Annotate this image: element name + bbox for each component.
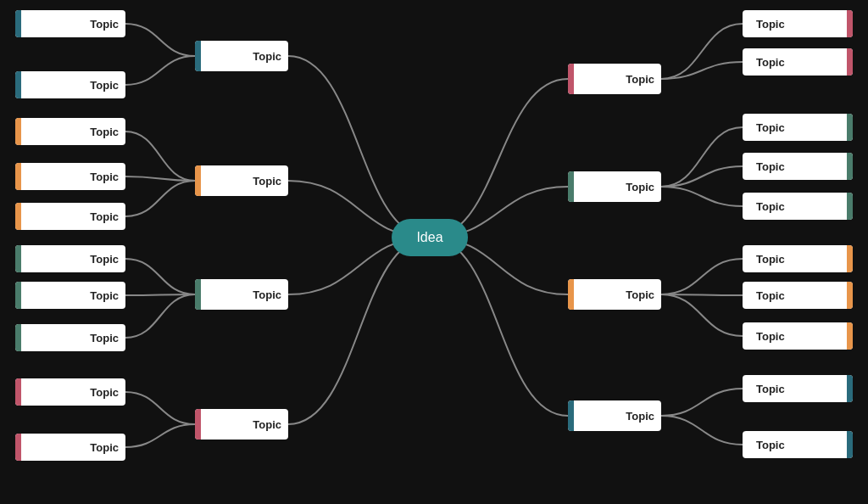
leaf-ll2[interactable]: Topic xyxy=(15,71,125,98)
leaf-lr6[interactable]: Topic xyxy=(743,245,853,272)
mid-topic-mr2[interactable]: Topic xyxy=(568,171,661,202)
center-node[interactable]: Idea xyxy=(392,219,468,256)
leaf-ll8[interactable]: Topic xyxy=(15,324,125,351)
leaf-ll10[interactable]: Topic xyxy=(15,434,125,461)
mid-topic-mr1[interactable]: Topic xyxy=(568,64,661,94)
leaf-ll5[interactable]: Topic xyxy=(15,203,125,230)
leaf-lr4[interactable]: Topic xyxy=(743,153,853,180)
leaf-lr10[interactable]: Topic xyxy=(743,431,853,458)
mind-map: IdeaTopicTopicTopicTopicTopicTopicTopicT… xyxy=(0,0,868,504)
leaf-ll3[interactable]: Topic xyxy=(15,118,125,145)
leaf-ll6[interactable]: Topic xyxy=(15,245,125,272)
mid-topic-ml2[interactable]: Topic xyxy=(195,165,288,196)
leaf-lr1[interactable]: Topic xyxy=(743,10,853,37)
mid-topic-ml3[interactable]: Topic xyxy=(195,279,288,310)
leaf-lr3[interactable]: Topic xyxy=(743,114,853,141)
mid-topic-ml1[interactable]: Topic xyxy=(195,41,288,71)
leaf-lr7[interactable]: Topic xyxy=(743,282,853,309)
leaf-ll4[interactable]: Topic xyxy=(15,163,125,190)
mid-topic-mr4[interactable]: Topic xyxy=(568,400,661,431)
leaf-lr5[interactable]: Topic xyxy=(743,193,853,220)
mid-topic-mr3[interactable]: Topic xyxy=(568,279,661,310)
leaf-ll9[interactable]: Topic xyxy=(15,378,125,406)
leaf-ll7[interactable]: Topic xyxy=(15,282,125,309)
leaf-lr2[interactable]: Topic xyxy=(743,48,853,76)
leaf-ll1[interactable]: Topic xyxy=(15,10,125,37)
leaf-lr8[interactable]: Topic xyxy=(743,322,853,350)
mid-topic-ml4[interactable]: Topic xyxy=(195,409,288,440)
leaf-lr9[interactable]: Topic xyxy=(743,375,853,402)
